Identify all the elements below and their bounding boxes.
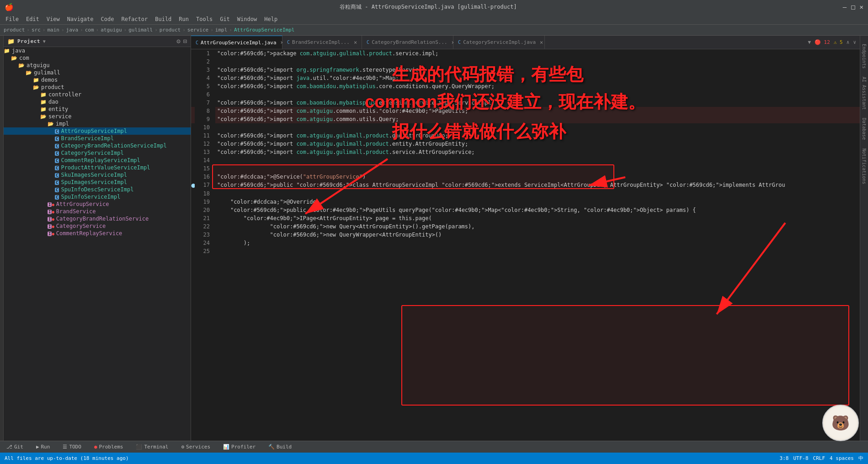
line-content-3[interactable]: "color:#569cd6;">import org.springframew… <box>215 66 860 74</box>
menu-window[interactable]: Window <box>234 15 261 23</box>
endpoint-tool[interactable]: Endpoints <box>861 40 868 72</box>
tab-close-icon4[interactable]: × <box>540 39 543 46</box>
todo-button[interactable]: ☰ TODO <box>60 443 84 451</box>
menu-navigate[interactable]: Navigate <box>64 15 97 23</box>
problems-button[interactable]: ● Problems <box>91 443 126 451</box>
build-button[interactable]: 🔨 Build <box>266 443 294 451</box>
line-content-6[interactable] <box>215 90 860 99</box>
line-content-23[interactable]: "color:#569cd6;">new QueryWrapper<AttrGr… <box>215 231 860 239</box>
menu-refactor[interactable]: Refactor <box>117 15 151 23</box>
line-content-13[interactable]: "color:#569cd6;">import com.atguigu.guli… <box>215 148 860 156</box>
line-content-7[interactable]: "color:#569cd6;">import com.baomidou.myb… <box>215 99 860 107</box>
bc-atguigu[interactable]: atguigu <box>101 27 122 33</box>
line-content-22[interactable]: "color:#569cd6;">new Query<AttrGroupEnti… <box>215 222 860 231</box>
bc-service[interactable]: service <box>187 27 208 33</box>
line-content-10[interactable] <box>215 123 860 132</box>
line-content-20[interactable]: "color:#569cd6;">public "color:#4ec9b0;"… <box>215 206 860 214</box>
menu-view[interactable]: View <box>43 15 64 23</box>
sidebar-item-java[interactable]: 📁 java <box>4 47 191 54</box>
bc-class[interactable]: AttrGroupServiceImpl <box>234 27 294 33</box>
bc-src[interactable]: src <box>32 27 41 33</box>
bc-java[interactable]: java <box>66 27 79 33</box>
sidebar-item-CategoryBrandRelationServiceImpl[interactable]: C CategoryBrandRelationServiceImpl <box>4 142 191 149</box>
tab-overflow-icon[interactable]: ▼ <box>808 39 811 45</box>
status-line-separator[interactable]: CRLF <box>813 455 825 461</box>
sidebar-item-CategoryBrandRelationService[interactable]: I● CategoryBrandRelationService <box>4 215 191 222</box>
tab-categorybrand-service-impl[interactable]: C CategoryBrandRelationS... × <box>362 36 453 49</box>
sidebar-item-SkuImagesServiceImpl[interactable]: C SkuImagesServiceImpl <box>4 171 191 179</box>
line-content-4[interactable]: "color:#569cd6;">import java.util."color… <box>215 74 860 82</box>
menu-tools[interactable]: Tools <box>192 15 216 23</box>
line-content-21[interactable]: "color:#4ec9b0;">IPage<AttrGroupEntity> … <box>215 214 860 222</box>
sidebar-settings-icon[interactable]: ⚙ <box>176 37 180 45</box>
menu-git[interactable]: Git <box>216 15 234 23</box>
sidebar-item-entity[interactable]: 📁 entity <box>4 105 191 113</box>
sidebar-item-BrandServiceImpl[interactable]: C BrandServiceImpl <box>4 135 191 142</box>
window-controls[interactable]: — □ ✕ <box>843 3 863 11</box>
bc-impl[interactable]: impl <box>215 27 228 33</box>
sidebar-item-service[interactable]: 📂 service <box>4 113 191 120</box>
line-content-24[interactable]: ); <box>215 239 860 247</box>
menu-edit[interactable]: Edit <box>22 15 43 23</box>
line-content-2[interactable] <box>215 58 860 66</box>
line-content-16[interactable]: "color:#dcdcaa;">@Service("attrGroupServ… <box>215 173 860 181</box>
bc-main[interactable]: main <box>47 27 59 33</box>
menu-help[interactable]: Help <box>261 15 281 23</box>
sidebar-item-AttrGroupService[interactable]: I● AttrGroupService <box>4 200 191 208</box>
bc-product[interactable]: product <box>4 27 25 33</box>
sidebar-dropdown-icon[interactable]: ▼ <box>43 39 46 44</box>
line-content-14[interactable] <box>215 156 860 164</box>
line-content-12[interactable]: "color:#569cd6;">import com.atguigu.guli… <box>215 140 860 148</box>
status-encoding[interactable]: UTF-8 <box>793 455 808 461</box>
menu-file[interactable]: File <box>2 15 22 23</box>
notifications-tool[interactable]: Notifications <box>861 145 868 188</box>
sidebar-item-CategoryServiceImpl[interactable]: C CategoryServiceImpl <box>4 149 191 157</box>
maximize-button[interactable]: □ <box>851 3 855 11</box>
sidebar-item-impl[interactable]: 📂 impl <box>4 120 191 127</box>
menu-build[interactable]: Build <box>151 15 175 23</box>
code-editor[interactable]: 1"color:#569cd6;">package com.atguigu.gu… <box>191 49 860 441</box>
services-button[interactable]: ⚙ Services <box>178 443 213 451</box>
tab-category-service-impl[interactable]: C CategoryServiceImpl.java × <box>453 36 545 49</box>
sidebar-item-SpuInfoDescServiceImpl[interactable]: C SpuInfoDescServiceImpl <box>4 186 191 193</box>
sidebar-item-CommentReplayService[interactable]: I● CommentReplayService <box>4 230 191 237</box>
bc-gulimall[interactable]: gulimall <box>128 27 153 33</box>
sidebar-item-gulimall[interactable]: 📂 gulimall <box>4 69 191 76</box>
close-button[interactable]: ✕ <box>860 3 863 11</box>
sidebar-item-BrandService[interactable]: I● BrandService <box>4 208 191 215</box>
sidebar-item-SpuImagesServiceImpl[interactable]: C SpuImagesServiceImpl <box>4 179 191 186</box>
sidebar-item-CategoryService[interactable]: I● CategoryService <box>4 222 191 230</box>
line-content-9[interactable]: "color:#569cd6;">import com.atguigu.comm… <box>215 115 860 123</box>
sidebar-item-demos[interactable]: 📁 demos <box>4 76 191 84</box>
sidebar-item-product[interactable]: 📂 product <box>4 84 191 91</box>
line-content-11[interactable]: "color:#569cd6;">import com.atguigu.guli… <box>215 132 860 140</box>
line-content-19[interactable]: "color:#dcdcaa;">@Override <box>215 198 860 206</box>
sidebar-item-CommentReplayServiceImpl[interactable]: C CommentReplayServiceImpl <box>4 157 191 164</box>
line-content-15[interactable] <box>215 164 860 173</box>
status-indent[interactable]: 4 spaces <box>830 455 854 461</box>
line-content-25[interactable] <box>215 247 860 255</box>
sidebar-item-SpuInfoServiceImpl[interactable]: C SpuInfoServiceImpl <box>4 193 191 200</box>
sidebar-item-AttrGroupServiceImpl[interactable]: C AttrGroupServiceImpl <box>4 127 191 135</box>
tab-down-icon[interactable]: ∨ <box>853 39 856 45</box>
sidebar-collapse-icon[interactable]: ⊟ <box>183 37 187 45</box>
run-button[interactable]: ▶ Run <box>33 443 53 451</box>
database-tool[interactable]: Database <box>861 114 868 143</box>
sidebar-item-atguigu[interactable]: 📂 atguigu <box>4 62 191 69</box>
ai-assistant-tool[interactable]: AI Assistant <box>861 73 868 113</box>
line-content-18[interactable] <box>215 190 860 198</box>
tab-close-icon2[interactable]: × <box>354 39 357 46</box>
status-position[interactable]: 3:8 <box>780 455 789 461</box>
tab-attrgroup-service-impl[interactable]: C AttrGroupServiceImpl.java × <box>191 36 282 49</box>
terminal-button[interactable]: ⬛ Terminal <box>133 443 171 451</box>
profiler-button[interactable]: 📊 Profiler <box>220 443 258 451</box>
sidebar-item-ProductAttrValueServiceImpl[interactable]: C ProductAttrValueServiceImpl <box>4 164 191 171</box>
sidebar-item-com[interactable]: 📂 com <box>4 54 191 62</box>
tab-up-icon[interactable]: ∧ <box>847 39 850 45</box>
line-content-1[interactable]: "color:#569cd6;">package com.atguigu.gul… <box>215 49 860 58</box>
line-content-8[interactable]: "color:#569cd6;">import com.atguigu.comm… <box>215 107 860 115</box>
minimize-button[interactable]: — <box>843 3 847 11</box>
git-button[interactable]: ⎇ Git <box>4 443 26 451</box>
sidebar-item-controller[interactable]: 📁 controller <box>4 91 191 98</box>
bc-com[interactable]: com <box>85 27 94 33</box>
